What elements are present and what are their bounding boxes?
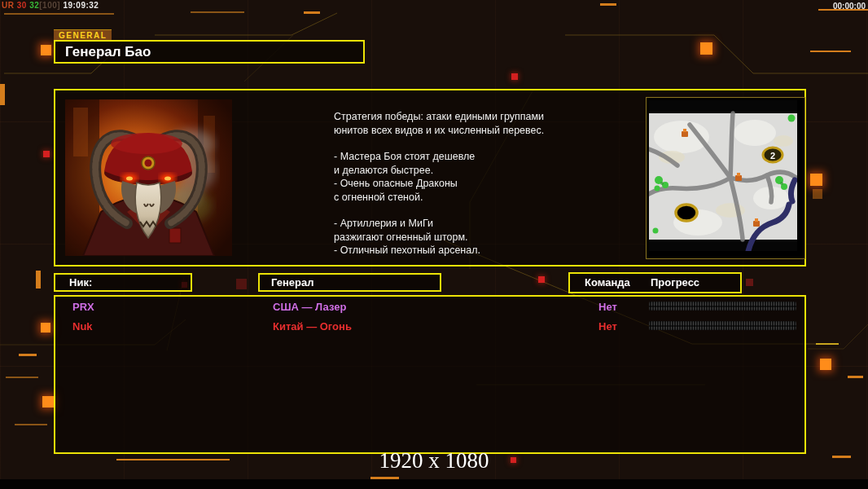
- minimap: 2: [649, 100, 797, 251]
- glow-square: [746, 279, 753, 286]
- glow-square: [813, 189, 822, 199]
- player-general: США — Лазер: [273, 301, 346, 313]
- header-team-progress: Команда Прогресс: [568, 272, 742, 293]
- bottom-bar: [0, 479, 868, 489]
- header-nick: Ник:: [54, 273, 192, 292]
- glow-square: [538, 276, 545, 283]
- trace-dash: [810, 51, 851, 52]
- general-title: Генерал Бао: [54, 40, 365, 64]
- minimap-panel: 2: [646, 97, 805, 259]
- load-progress-bar: [649, 321, 796, 330]
- general-title-text: Генерал Бао: [65, 44, 151, 59]
- player-team: Нет: [598, 301, 617, 313]
- glow-square: [511, 73, 518, 80]
- trace-dash: [848, 376, 863, 378]
- start-position-2: 2: [763, 148, 783, 162]
- start-position-number: 2: [770, 151, 775, 161]
- glow-square: [810, 174, 822, 186]
- trace-dash: [6, 377, 38, 378]
- glow-square: [820, 359, 831, 370]
- load-progress-bar: [649, 302, 796, 311]
- glow-square: [43, 151, 50, 157]
- trace-dash: [4, 13, 114, 15]
- players-panel: PRX США — Лазер Нет Nuk Китай — Огонь Не…: [54, 295, 806, 454]
- match-timer: 00:00:00: [833, 2, 866, 11]
- debug-segment: 19:09:32: [63, 1, 99, 10]
- start-position-1: [676, 205, 697, 221]
- player-team: Нет: [598, 320, 617, 333]
- trace-dash: [191, 11, 244, 13]
- general-tab-label: GENERAL: [54, 29, 112, 41]
- trace-dash: [816, 343, 839, 345]
- trace-dash: [15, 424, 47, 425]
- glow-square: [42, 396, 54, 408]
- player-general: Китай — Огонь: [273, 320, 352, 333]
- header-progress: Прогресс: [651, 274, 699, 292]
- general-portrait: [65, 99, 232, 256]
- strategy-description: Стратегия победы: атаки едиными группами…: [334, 110, 586, 271]
- strategy-paragraph: - Мастера Боя стоят дешевле и делаются б…: [334, 150, 586, 204]
- trace-dash: [19, 354, 37, 356]
- strategy-paragraph: Стратегия победы: атаки едиными группами…: [334, 110, 586, 137]
- general-info-panel: Стратегия победы: атаки едиными группами…: [54, 89, 806, 267]
- debug-overlay: UR 30 32[100] 19:09:32: [2, 1, 99, 10]
- resolution-label: 1920 x 1080: [0, 448, 868, 474]
- trace-dash: [600, 3, 616, 6]
- debug-segment: 32: [29, 1, 39, 10]
- trace-dash: [36, 271, 41, 289]
- player-nick: PRX: [72, 301, 94, 313]
- glow-square: [236, 279, 247, 289]
- player-row: Nuk Китай — Огонь Нет: [55, 318, 804, 337]
- player-nick: Nuk: [72, 320, 93, 333]
- debug-segment: UR: [2, 1, 17, 10]
- header-general: Генерал: [258, 273, 441, 292]
- header-team: Команда: [585, 274, 630, 292]
- debug-segment: [100]: [39, 1, 63, 10]
- glow-square: [41, 323, 50, 333]
- player-row: PRX США — Лазер Нет: [55, 298, 804, 318]
- debug-segment: 30: [17, 1, 29, 10]
- trace-dash: [0, 84, 5, 105]
- glow-square: [41, 45, 51, 55]
- glow-square: [700, 42, 712, 55]
- loading-screen: UR 30 32[100] 19:09:32 00:00:00 GENERAL …: [0, 0, 868, 489]
- strategy-paragraph: - Артиллерия и МиГи разжигают огненный ш…: [334, 217, 586, 258]
- trace-dash: [304, 11, 320, 14]
